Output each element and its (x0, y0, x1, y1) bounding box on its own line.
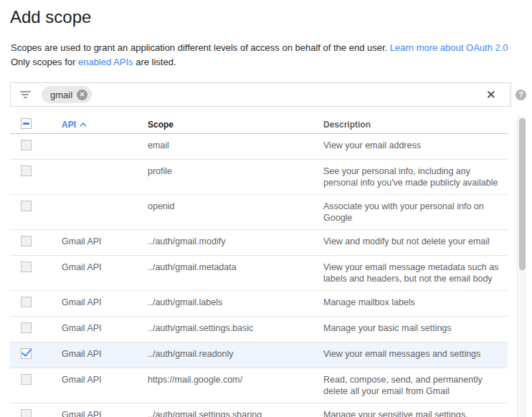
row-api: Gmail API (62, 297, 148, 308)
row-description: View your email messages and settings (323, 348, 508, 360)
description-line2-suffix: are listed. (133, 57, 176, 67)
row-scope: email (148, 140, 323, 151)
row-api: Gmail API (62, 322, 148, 334)
row-scope: ../auth/gmail.metadata (148, 262, 323, 273)
table-row[interactable]: Gmail API../auth/gmail.settings.basicMan… (10, 317, 508, 342)
column-header-api[interactable]: API (62, 120, 148, 130)
enabled-apis-link[interactable]: enabled APIs (78, 57, 133, 67)
filter-list-icon (19, 91, 31, 98)
row-scope: ../auth/gmail.settings.sharing (148, 409, 323, 417)
row-checkbox[interactable] (21, 236, 32, 246)
row-checkbox-cell (21, 236, 62, 249)
table-row[interactable]: Gmail API../auth/gmail.settings.sharingM… (10, 403, 508, 417)
row-checkbox-cell (21, 166, 62, 179)
filter-toolbar: gmail ✕ ✕ ? (10, 82, 526, 107)
filter-chip-gmail[interactable]: gmail ✕ (42, 86, 92, 103)
table-scrollbar-thumb[interactable] (519, 118, 526, 270)
row-checkbox[interactable] (21, 297, 32, 307)
row-description: Manage your basic mail settings (323, 322, 508, 334)
help-icon[interactable]: ? (516, 90, 526, 100)
page-description: Scopes are used to grant an application … (11, 41, 526, 70)
table-row[interactable]: Gmail API../auth/gmail.metadataView your… (10, 256, 508, 291)
row-scope: ../auth/gmail.settings.basic (148, 322, 323, 334)
description-line2-prefix: Only scopes for (11, 57, 78, 67)
table-scrollbar-track[interactable] (517, 116, 526, 417)
table-header-row: API Scope Description (10, 116, 508, 134)
row-description: Manage your sensitive mail settings, inc… (323, 409, 508, 417)
row-scope: https://mail.google.com/ (148, 374, 323, 385)
row-checkbox[interactable] (21, 374, 32, 385)
row-checkbox[interactable] (21, 262, 32, 272)
row-scope: ../auth/gmail.labels (148, 297, 323, 308)
row-description: Manage mailbox labels (323, 297, 508, 308)
table-row[interactable]: Gmail API../auth/gmail.readonlyView your… (10, 342, 508, 368)
row-api: Gmail API (62, 409, 148, 417)
row-api: Gmail API (62, 348, 148, 360)
row-api: Gmail API (62, 374, 148, 385)
row-checkbox[interactable] (21, 166, 32, 176)
row-scope: openid (148, 201, 323, 212)
row-checkbox-cell (21, 262, 62, 275)
oauth-learn-more-link[interactable]: Learn more about OAuth 2.0 (390, 42, 508, 53)
select-all-checkbox[interactable] (21, 118, 32, 129)
row-api: Gmail API (62, 236, 148, 247)
row-checkbox[interactable] (21, 322, 32, 333)
chip-remove-icon[interactable]: ✕ (77, 90, 87, 100)
header-checkbox-cell (21, 118, 62, 131)
row-description: See your personal info, including any pe… (323, 166, 508, 188)
row-description: View your email address (323, 140, 508, 151)
column-header-description[interactable]: Description (323, 120, 508, 130)
row-scope: ../auth/gmail.readonly (148, 348, 323, 360)
row-checkbox-cell (21, 140, 62, 153)
add-scope-dialog: Add scope Scopes are used to grant an ap… (0, 0, 532, 417)
row-description: View your email message metadata such as… (323, 262, 508, 284)
row-checkbox[interactable] (21, 140, 32, 150)
row-checkbox-cell (21, 409, 62, 417)
row-description: Read, compose, send, and permanently del… (323, 374, 508, 397)
scopes-table: API Scope Description emailView your ema… (10, 116, 518, 417)
table-row[interactable]: profileSee your personal info, including… (10, 160, 508, 195)
row-checkbox-cell (21, 297, 62, 310)
row-checkbox[interactable] (21, 409, 32, 417)
row-checkbox[interactable] (21, 201, 32, 211)
table-row[interactable]: Gmail APIhttps://mail.google.com/Read, c… (10, 368, 508, 403)
sort-ascending-icon (80, 123, 87, 127)
page-title: Add scope (10, 7, 526, 27)
table-row[interactable]: Gmail API../auth/gmail.labelsManage mail… (10, 291, 508, 317)
row-checkbox-cell (21, 322, 62, 336)
scope-filter-input[interactable]: gmail ✕ ✕ (10, 82, 511, 107)
filter-chip-label: gmail (50, 90, 72, 100)
table-row[interactable]: openidAssociate you with your personal i… (10, 195, 508, 230)
row-scope: ../auth/gmail.modify (148, 236, 323, 247)
row-description: View and modify but not delete your emai… (323, 236, 508, 247)
row-checkbox-cell (21, 201, 62, 214)
clear-filter-icon[interactable]: ✕ (482, 89, 500, 101)
row-scope: profile (148, 166, 323, 177)
row-api: Gmail API (62, 262, 148, 273)
row-checkbox-cell (21, 348, 62, 362)
column-header-scope[interactable]: Scope (148, 120, 323, 130)
table-row[interactable]: Gmail API../auth/gmail.modifyView and mo… (10, 230, 508, 256)
table-body: emailView your email addressprofileSee y… (10, 134, 518, 417)
table-row[interactable]: emailView your email address (10, 134, 508, 160)
row-checkbox-cell (21, 374, 62, 388)
row-checkbox[interactable] (21, 348, 32, 359)
row-description: Associate you with your personal info on… (323, 201, 508, 224)
description-line1: Scopes are used to grant an application … (11, 42, 390, 53)
